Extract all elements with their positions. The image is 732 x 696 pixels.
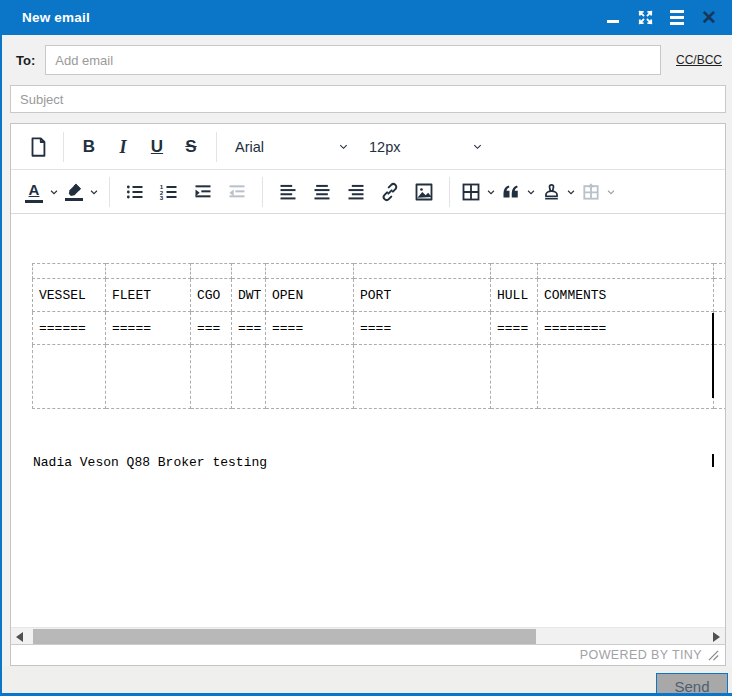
- to-label: To:: [16, 53, 35, 68]
- table-underline-cell: =====: [106, 312, 191, 345]
- font-size-dropdown[interactable]: 12px: [363, 130, 489, 164]
- table-header-cell: CGO: [191, 279, 232, 312]
- table-row: ====== ===== === === ==== ==== ==== ====…: [33, 312, 726, 345]
- table-row: [33, 345, 726, 409]
- close-icon[interactable]: ✕: [700, 9, 718, 27]
- ccbcc-link[interactable]: CC/BCC: [676, 53, 722, 67]
- strikethrough-icon[interactable]: S: [174, 130, 208, 164]
- to-input[interactable]: [45, 45, 661, 75]
- scrollbar-thumb[interactable]: [33, 629, 536, 644]
- dialog-footer: Send: [2, 666, 732, 696]
- menu-icon[interactable]: [668, 9, 686, 27]
- table-underline-cell: ===: [191, 312, 232, 345]
- table-icon[interactable]: [458, 175, 484, 209]
- outdent-icon[interactable]: [220, 175, 254, 209]
- table-row: [33, 264, 726, 279]
- align-right-icon[interactable]: [339, 175, 373, 209]
- subject-input[interactable]: [10, 85, 726, 113]
- titlebar: New email ✕: [2, 0, 732, 35]
- table-underline-cell: ====: [266, 312, 354, 345]
- horizontal-scrollbar[interactable]: [11, 627, 725, 644]
- highlight-color-chevron-icon[interactable]: [87, 187, 101, 197]
- blockquote-icon[interactable]: [498, 175, 524, 209]
- link-icon[interactable]: [373, 175, 407, 209]
- toolbar-row-1: B I U S Arial 12px: [11, 124, 725, 170]
- stamp-chevron-icon[interactable]: [564, 187, 578, 197]
- table-header-cell: FLEET: [106, 279, 191, 312]
- table-underline-cell: ===: [232, 312, 266, 345]
- table-header-cell: VESSEL: [33, 279, 106, 312]
- bullet-list-icon[interactable]: [118, 175, 152, 209]
- stamp-icon[interactable]: [538, 175, 564, 209]
- table-header-cell: COMMENTS: [538, 279, 714, 312]
- table-underline-cell: ====: [491, 312, 538, 345]
- italic-icon[interactable]: I: [106, 130, 140, 164]
- image-icon[interactable]: [407, 175, 441, 209]
- font-size-value: 12px: [369, 139, 400, 155]
- table-row: VESSEL FLEET CGO DWT OPEN PORT HULL COMM…: [33, 279, 726, 312]
- highlight-color-icon[interactable]: [61, 175, 87, 209]
- new-document-icon[interactable]: [21, 130, 55, 164]
- rich-text-editor: B I U S Arial 12px A: [10, 123, 726, 666]
- dialog-title: New email: [22, 10, 90, 25]
- editor-statusbar: POWERED BY TINY: [11, 644, 725, 665]
- table-underline-cell: ========: [538, 312, 714, 345]
- table-header-cell: DWT: [232, 279, 266, 312]
- scroll-right-icon[interactable]: [708, 628, 725, 645]
- align-left-icon[interactable]: [271, 175, 305, 209]
- svg-text:3: 3: [160, 194, 164, 201]
- text-cursor: [712, 313, 714, 398]
- indent-icon[interactable]: [186, 175, 220, 209]
- editor-content[interactable]: VESSEL FLEET CGO DWT OPEN PORT HULL COMM…: [11, 214, 725, 627]
- table-insert-chevron-icon[interactable]: [604, 187, 618, 197]
- font-family-value: Arial: [235, 139, 264, 155]
- table-insert-icon[interactable]: [578, 175, 604, 209]
- email-body-text[interactable]: Nadia Veson Q88 Broker testing: [33, 455, 725, 470]
- underline-icon[interactable]: U: [140, 130, 174, 164]
- font-family-dropdown[interactable]: Arial: [229, 130, 355, 164]
- table-chevron-icon[interactable]: [484, 187, 498, 197]
- vessel-table[interactable]: VESSEL FLEET CGO DWT OPEN PORT HULL COMM…: [32, 263, 725, 409]
- table-header-cell: OPEN: [266, 279, 354, 312]
- table-underline-cell: [714, 312, 726, 345]
- numbered-list-icon[interactable]: 1 2 3: [152, 175, 186, 209]
- table-header-cell: [714, 279, 726, 312]
- new-email-dialog: New email ✕ To: CC/BCC: [0, 0, 732, 696]
- expand-icon[interactable]: [636, 9, 654, 27]
- resize-handle-icon[interactable]: [708, 650, 719, 661]
- table-underline-cell: ====: [354, 312, 491, 345]
- text-color-icon[interactable]: A: [21, 175, 47, 209]
- text-color-chevron-icon[interactable]: [47, 187, 61, 197]
- minimize-icon[interactable]: [604, 9, 622, 27]
- scroll-left-icon[interactable]: [11, 628, 28, 645]
- bold-icon[interactable]: B: [72, 130, 106, 164]
- toolbar-row-2: A 1 2: [11, 170, 725, 214]
- send-button[interactable]: Send: [656, 673, 728, 696]
- tiny-branding: POWERED BY TINY: [580, 648, 702, 662]
- table-underline-cell: ======: [33, 312, 106, 345]
- table-header-cell: HULL: [491, 279, 538, 312]
- align-center-icon[interactable]: [305, 175, 339, 209]
- text-cursor-stub: [712, 454, 714, 467]
- table-header-cell: PORT: [354, 279, 491, 312]
- blockquote-chevron-icon[interactable]: [524, 187, 538, 197]
- recipient-row: To: CC/BCC: [2, 35, 732, 75]
